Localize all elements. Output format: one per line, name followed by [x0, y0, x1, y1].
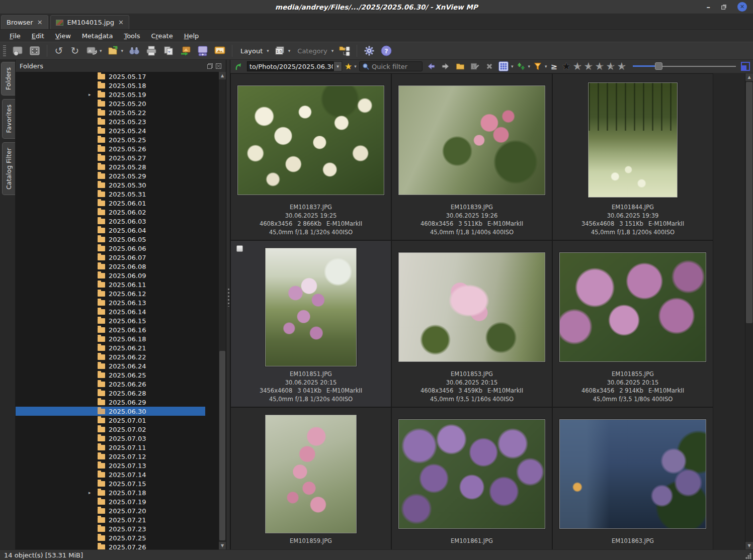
folder-item[interactable]: 2025.05.25 — [16, 135, 205, 144]
sort-button[interactable]: ▾ — [516, 60, 531, 72]
thumbnail-cell[interactable]: EM101844.JPG30.06.2025 19:393456x46083 1… — [552, 73, 713, 240]
folder-item[interactable]: 2025.06.24 — [16, 361, 205, 370]
forward-button[interactable] — [440, 60, 452, 72]
folder-item[interactable]: 2025.06.29 — [16, 398, 205, 407]
folder-item[interactable]: 2025.06.16 — [16, 325, 205, 334]
tab-image[interactable]: EM104015.jpg ✕ — [50, 15, 129, 29]
folder-item[interactable]: 2025.06.04 — [16, 226, 205, 235]
menu-file[interactable]: File — [5, 31, 25, 41]
export-button[interactable] — [178, 44, 193, 58]
folder-item[interactable]: 2025.07.12 — [16, 452, 205, 461]
thumbnail-image[interactable] — [237, 85, 384, 195]
tab-close-icon[interactable]: ✕ — [118, 19, 124, 26]
folder-item[interactable]: 2025.07.01 — [16, 416, 205, 425]
thumbnail-cell[interactable]: EM101855.JPG30.06.2025 20:154608x34562 9… — [552, 240, 713, 407]
tab-browser[interactable]: Browser ✕ — [1, 15, 48, 29]
folder-item[interactable]: 2025.07.02 — [16, 425, 205, 434]
panel-splitter[interactable] — [226, 60, 230, 549]
help-button[interactable]: ? — [379, 44, 394, 58]
thumbnail-image[interactable] — [559, 419, 706, 529]
folder-item[interactable]: 2025.07.21 — [16, 515, 205, 524]
menu-tools[interactable]: Tools — [119, 31, 144, 41]
thumbnail-image[interactable] — [559, 252, 706, 362]
path-dropdown-button[interactable]: ▾ — [333, 61, 342, 71]
copy-button[interactable] — [161, 44, 176, 58]
thumbnail-size-slider[interactable] — [633, 60, 736, 72]
path-input[interactable]: to/Photo/2025/2025.06.30/ — [247, 61, 333, 71]
toolbar-grip[interactable] — [3, 45, 6, 56]
folder-item[interactable]: 2025.06.22 — [16, 352, 205, 361]
folder-item[interactable]: 2025.07.13 — [16, 461, 205, 470]
folder-item[interactable]: ▸2025.07.18 — [16, 488, 205, 497]
folder-item[interactable]: 2025.06.07 — [16, 253, 205, 262]
folder-item[interactable]: 2025.05.28 — [16, 162, 205, 171]
folder-item[interactable]: 2025.06.11 — [16, 280, 205, 289]
folder-item[interactable]: 2025.05.30 — [16, 180, 205, 190]
thumbnail-image[interactable] — [398, 252, 545, 362]
rating-star-none[interactable]: ★ — [561, 60, 572, 72]
menu-create[interactable]: Create — [146, 31, 177, 41]
folder-item[interactable]: 2025.05.22 — [16, 108, 205, 117]
thumbnail-cell[interactable]: EM101851.JPG30.06.2025 20:153456x46083 0… — [230, 240, 391, 407]
rotate-left-button[interactable]: ↺ — [52, 44, 66, 58]
back-button[interactable] — [425, 60, 437, 72]
scroll-up-icon[interactable]: ▲ — [219, 72, 226, 79]
menu-metadata[interactable]: Metadata — [77, 31, 118, 41]
folder-item[interactable]: 2025.05.29 — [16, 171, 205, 180]
thumbnail-cell[interactable]: EM101853.JPG30.06.2025 20:154608x34563 4… — [391, 240, 552, 407]
dropdown-icon[interactable]: ▾ — [528, 64, 531, 69]
thumbnail-image[interactable] — [588, 82, 678, 198]
expand-arrow-icon[interactable]: ▸ — [89, 490, 98, 495]
expand-arrow-icon[interactable]: ▸ — [89, 92, 98, 97]
folder-item[interactable]: 2025.06.13 — [16, 298, 205, 307]
category-sets-button[interactable] — [337, 44, 352, 58]
thumbnail-image[interactable] — [265, 415, 357, 533]
folder-item[interactable]: 2025.07.26 — [16, 542, 205, 549]
folder-item[interactable]: 2025.05.23 — [16, 117, 205, 126]
thumbnail-image[interactable] — [398, 419, 545, 529]
folder-item[interactable]: 2025.07.20 — [16, 506, 205, 515]
browser-scrollbar[interactable]: ▲ ▼ — [745, 73, 753, 549]
slideshow-button[interactable] — [212, 44, 227, 58]
folder-item[interactable]: 2025.05.18 — [16, 81, 205, 90]
print-button[interactable] — [144, 44, 159, 58]
scrollbar-thumb[interactable] — [746, 82, 752, 323]
layout-button[interactable]: Layout ▾ — [237, 44, 271, 58]
minimize-button-icon[interactable]: – — [707, 5, 711, 10]
folder-item[interactable]: 2025.07.25 — [16, 533, 205, 542]
folder-item[interactable]: 2025.06.08 — [16, 262, 205, 271]
search-button[interactable] — [127, 44, 142, 58]
folder-item[interactable]: 2025.06.28 — [16, 389, 205, 398]
dropdown-icon[interactable]: ▾ — [545, 64, 547, 69]
scroll-down-icon[interactable]: ▼ — [745, 542, 753, 549]
thumbnail-size-icon[interactable] — [741, 62, 750, 71]
dropdown-icon[interactable]: ▾ — [288, 48, 291, 53]
rating-star-5[interactable]: ★5 — [616, 60, 627, 72]
menu-help[interactable]: Help — [180, 31, 204, 41]
filter-button[interactable]: ▾ — [533, 60, 547, 72]
dropdown-icon[interactable]: ▾ — [121, 48, 124, 53]
menu-edit[interactable]: Edit — [27, 31, 49, 41]
folder-item[interactable]: 2025.06.14 — [16, 307, 205, 316]
selection-checkbox[interactable] — [236, 245, 243, 252]
folder-item[interactable]: 2025.07.15 — [16, 479, 205, 488]
folder-item[interactable]: 2025.05.17 — [16, 72, 205, 81]
edit-label-button[interactable]: 1 — [469, 60, 481, 72]
thumbnail-cell[interactable]: EM101863.JPG — [552, 407, 713, 549]
folder-item[interactable]: 2025.07.11 — [16, 443, 205, 452]
folder-item[interactable]: 2025.05.24 — [16, 126, 205, 135]
thumbnail-cell[interactable]: EM101861.JPG — [391, 407, 552, 549]
folder-item[interactable]: 2025.06.26 — [16, 380, 205, 389]
slider-handle[interactable] — [655, 62, 662, 70]
restore-button-icon[interactable] — [721, 5, 726, 10]
category-button[interactable]: Category ▾ — [294, 44, 335, 58]
folder-item[interactable]: 2025.05.26 — [16, 144, 205, 153]
folder-item[interactable]: 2025.06.30 — [16, 407, 205, 416]
folder-item[interactable]: 2025.06.21 — [16, 343, 205, 352]
new-folder-button[interactable] — [454, 60, 466, 72]
folder-item[interactable]: 2025.06.25 — [16, 370, 205, 380]
settings-button[interactable] — [362, 44, 377, 58]
folder-item[interactable]: 2025.05.20 — [16, 99, 205, 108]
side-tab-folders[interactable]: Folders — [1, 62, 15, 96]
folder-item[interactable]: 2025.06.06 — [16, 244, 205, 253]
